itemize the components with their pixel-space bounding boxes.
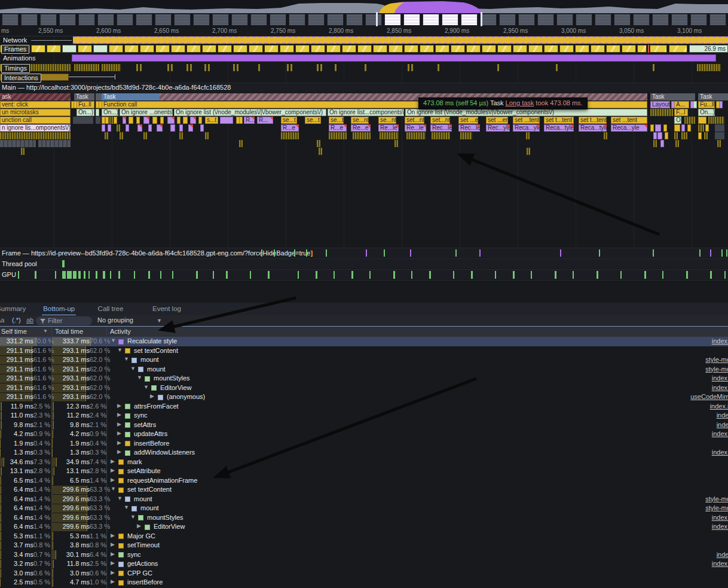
flame-event-ask[interactable]: ask [0,93,71,100]
collapse-arrow-icon[interactable]: ▶ [150,393,154,399]
activity-label[interactable]: mount [140,504,159,511]
flame-event[interactable] [675,140,679,147]
frame-duration-block[interactable] [202,45,216,53]
collapse-arrow-icon[interactable]: ▶ [111,569,115,575]
table-row[interactable]: 34.6 ms7.3 %34.9 ms7.4 %▶mark [0,458,728,467]
animations-track-bar[interactable] [72,54,716,62]
timing-mark[interactable] [190,64,192,71]
table-row[interactable]: 3.2 ms0.7 %11.8 ms2.5 %▶getActionsindex.… [0,559,728,569]
activity-label[interactable]: insertBefore [134,440,169,447]
frame-duration-block[interactable] [249,45,263,53]
grouping-caret-icon[interactable]: ▼ [157,318,162,324]
timing-mark[interactable] [287,64,289,71]
timing-mark[interactable] [556,64,558,71]
flame-event[interactable] [719,101,723,108]
flame-event-o[interactable]: O... [674,117,681,124]
flame-event[interactable] [650,109,673,116]
source-link[interactable]: index. [717,551,728,558]
flame-event[interactable] [152,117,157,124]
flame-event[interactable] [105,132,108,139]
flame-event[interactable] [126,124,129,132]
frame-duration-block[interactable] [606,45,620,53]
flame-event[interactable] [660,140,664,147]
filmstrip-frame[interactable] [576,14,592,26]
flame-event-recle[interactable]: Rec...le [458,124,480,132]
flame-event-recyle[interactable]: Rec...yle [486,124,510,132]
timing-mark[interactable] [258,64,260,71]
match-whole-word-button[interactable]: ab [26,316,33,324]
flame-event-re[interactable]: R...e [281,124,299,132]
selection-handle-left[interactable] [376,12,378,26]
flame-event-sent[interactable]: se...nt [351,117,369,124]
flame-event-set[interactable]: se...t [329,117,344,124]
flame-event-task[interactable]: Task [650,93,695,100]
collapse-arrow-icon[interactable]: ▶ [111,560,115,566]
track-label-timings[interactable]: Timings [1,64,30,73]
flame-event-onignorelistnodemodulesbowercomponents[interactable]: On ignore list (\/node_modules\/|\/bower… [405,109,647,116]
source-link[interactable]: useCodeMirror [690,393,728,400]
table-row[interactable]: 6.5 ms1.4 %6.5 ms1.4 %▶requestAnimationF… [0,476,728,486]
filmstrip-frame[interactable] [2,14,19,26]
frame-duration-block[interactable] [342,45,356,53]
frame-duration-block[interactable] [389,45,403,53]
flame-event-a[interactable]: A... [674,101,689,108]
source-link[interactable]: style-mod [705,356,728,363]
frame-duration-block[interactable] [140,45,154,53]
activity-label[interactable]: setAttrs [134,421,156,428]
column-divider[interactable] [106,327,107,588]
flame-event[interactable] [653,140,657,147]
collapse-arrow-icon[interactable]: ▶ [117,430,121,436]
flame-event-recatyle[interactable]: Reca...tyle [544,124,574,132]
source-link[interactable]: index.js [712,449,728,456]
timing-mark[interactable] [408,64,409,71]
timing-mark[interactable] [290,64,292,71]
activity-label[interactable]: mountStyles [154,374,190,382]
flame-event[interactable] [190,117,196,124]
source-link[interactable]: index.js [712,337,728,345]
flame-event[interactable] [319,148,322,155]
frame-duration-block[interactable] [357,45,372,53]
filmstrip-frame[interactable] [270,14,286,26]
flame-event[interactable] [239,140,243,147]
flame-event-r[interactable]: R... [244,117,255,124]
grouping-select[interactable]: No grouping [97,316,133,324]
flame-event[interactable] [604,132,607,139]
flame-event[interactable] [220,117,233,124]
frame-duration-block[interactable] [124,45,139,53]
filter-input[interactable]: Filter [36,316,92,325]
frame-duration-block[interactable] [420,45,434,53]
flame-event-ree[interactable]: Re...e [351,124,371,132]
expand-arrow-icon[interactable]: ▼ [111,337,116,343]
table-row[interactable]: 291.1 ms61.6 %293.1 ms62.0 %▼mountstyle-… [0,365,728,374]
filmstrip-frame[interactable] [250,14,267,26]
table-row[interactable]: 291.1 ms61.6 %293.1 ms62.0 %▼mountStyles… [0,374,728,383]
flame-event-setttent[interactable]: set t...tent [544,117,574,124]
table-row[interactable]: 291.1 ms61.6 %293.1 ms62.0 %▶(anonymous)… [0,392,728,402]
frame-duration-block[interactable] [648,45,649,53]
tab-summary[interactable]: Summary [0,303,27,315]
flame-event-r[interactable]: R... [257,117,273,124]
flame-event[interactable] [137,124,142,132]
flame-event[interactable] [526,132,530,139]
filmstrip-frame[interactable] [21,14,38,26]
flame-event[interactable] [117,124,120,132]
flame-event[interactable] [136,117,140,124]
timing-mark[interactable] [438,64,439,71]
match-case-button[interactable]: Aa [0,316,4,324]
activity-label[interactable]: CPP GC [127,569,152,577]
flame-event-layout[interactable]: Layout [650,101,670,108]
table-row[interactable]: 11.9 ms2.5 %12.3 ms2.6 %▶attrsFromFaceti… [0,402,728,412]
filmstrip[interactable] [0,13,728,26]
flame-event[interactable] [21,148,25,155]
frame-duration-block[interactable] [497,45,512,53]
flame-event[interactable] [143,117,149,124]
flame-event-re[interactable]: R...e [329,124,347,132]
filmstrip-frame[interactable] [117,14,133,26]
flame-event[interactable] [681,124,685,132]
flame-event[interactable] [394,140,398,147]
flame-event[interactable] [705,124,709,132]
flame-event[interactable] [123,117,126,124]
filmstrip-frame[interactable] [59,14,76,26]
timing-mark[interactable] [317,64,319,71]
frame-duration-block[interactable] [109,45,123,53]
